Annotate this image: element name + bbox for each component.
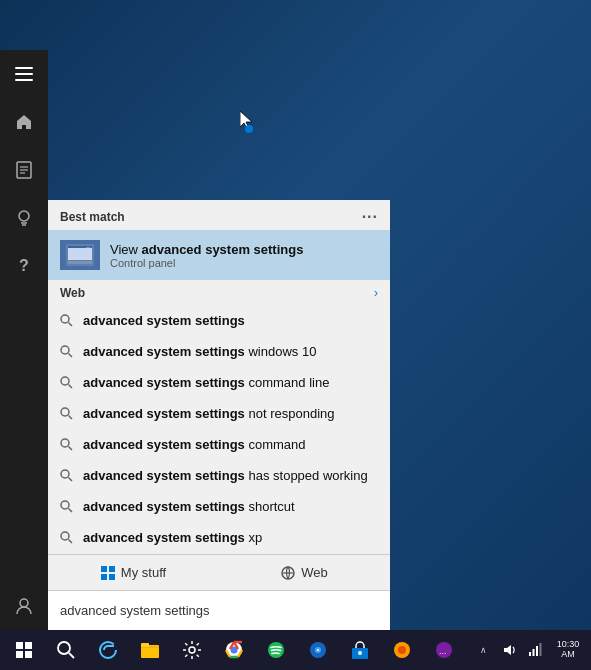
svg-rect-35 [109,574,115,580]
search-bar-text[interactable]: advanced system settings [60,603,378,618]
taskbar-search-button[interactable] [48,630,84,670]
web-header[interactable]: Web › [48,280,390,306]
result-text-4: advanced system settings command [83,437,306,454]
svg-point-50 [358,651,362,655]
taskbar-settings[interactable] [172,630,212,670]
svg-rect-12 [68,246,92,260]
result-bold-7: advanced system settings [83,530,245,545]
sidebar: ? [0,50,48,630]
svg-rect-14 [86,247,90,248]
control-panel-icon [60,240,100,270]
tray-network[interactable] [523,630,547,670]
sidebar-documents[interactable] [0,146,48,194]
result-6[interactable]: advanced system settings shortcut [48,492,390,523]
svg-line-27 [69,478,73,482]
result-bold-3: advanced system settings [83,406,245,421]
result-text-2: advanced system settings command line [83,375,329,392]
result-1[interactable]: advanced system settings windows 10 [48,337,390,368]
svg-rect-15 [68,261,92,264]
taskbar-chrome[interactable] [214,630,254,670]
tray-time[interactable]: 10:30 AM [549,630,587,670]
taskbar-media[interactable] [298,630,338,670]
result-0[interactable]: advanced system settings [48,306,390,337]
svg-rect-32 [101,566,107,572]
best-match-header: Best match ··· [48,200,390,230]
search-icon-6 [60,500,73,516]
svg-point-42 [189,647,195,653]
svg-line-25 [69,447,73,451]
sidebar-person[interactable] [0,582,48,630]
svg-line-31 [69,540,73,544]
svg-point-7 [19,211,29,221]
svg-rect-56 [533,649,535,656]
result-7[interactable]: advanced system settings xp [48,523,390,554]
svg-rect-41 [141,643,149,647]
result-bold-6: advanced system settings [83,499,245,514]
svg-line-23 [69,416,73,420]
taskbar-edge[interactable] [88,630,128,670]
svg-point-28 [61,501,69,509]
svg-rect-55 [529,652,531,656]
sidebar-lightbulb[interactable] [0,194,48,242]
svg-text:...: ... [439,646,447,656]
taskbar-firefox[interactable] [382,630,422,670]
sidebar-help[interactable]: ? [0,242,48,290]
svg-point-30 [61,532,69,540]
taskbar-tray: ∧ 10:30 AM [471,630,591,670]
result-text-1: advanced system settings windows 10 [83,344,316,361]
windows-logo [16,642,32,658]
desktop: ? Best match ··· [0,0,591,670]
result-3[interactable]: advanced system settings not responding [48,399,390,430]
taskbar-file-explorer[interactable] [130,630,170,670]
tab-web-label: Web [301,565,328,580]
taskbar-store[interactable] [340,630,380,670]
svg-point-38 [58,642,70,654]
result-text-7: advanced system settings xp [83,530,262,547]
svg-point-18 [61,346,69,354]
sidebar-home[interactable] [0,98,48,146]
svg-point-20 [61,377,69,385]
svg-point-16 [61,315,69,323]
svg-rect-1 [15,73,33,75]
search-icon-0 [60,314,73,330]
result-text-0: advanced system settings [83,313,245,330]
search-icon-5 [60,469,73,485]
result-bold-0: advanced system settings [83,313,245,328]
search-icon-7 [60,531,73,547]
web-arrow[interactable]: › [374,286,378,300]
svg-rect-34 [101,574,107,580]
best-match-item[interactable]: View advanced system settings Control pa… [48,230,390,280]
result-bold-4: advanced system settings [83,437,245,452]
tray-volume[interactable] [497,630,521,670]
svg-line-19 [69,354,73,358]
result-2[interactable]: advanced system settings command line [48,368,390,399]
tray-chevron[interactable]: ∧ [471,630,495,670]
tab-my-stuff-label: My stuff [121,565,166,580]
best-match-title: View advanced system settings [110,242,303,257]
tab-my-stuff[interactable]: My stuff [48,555,219,590]
search-bar[interactable]: advanced system settings [48,590,390,630]
result-bold-2: advanced system settings [83,375,245,390]
svg-point-48 [317,649,319,651]
start-button[interactable] [0,630,48,670]
svg-line-17 [69,323,73,327]
taskbar: ... ∧ 10:30 [0,630,591,670]
best-match-options[interactable]: ··· [362,208,378,226]
result-4[interactable]: advanced system settings command [48,430,390,461]
result-bold-1: advanced system settings [83,344,245,359]
best-match-bold: advanced system settings [142,242,304,257]
taskbar-other[interactable]: ... [424,630,464,670]
best-match-text: View advanced system settings Control pa… [110,242,303,269]
best-match-subtitle: Control panel [110,257,303,269]
search-icon-3 [60,407,73,423]
sidebar-hamburger[interactable] [0,50,48,98]
result-5[interactable]: advanced system settings has stopped wor… [48,461,390,492]
search-icon-2 [60,376,73,392]
search-panel: Best match ··· View advanced system sett… [48,200,390,630]
result-bold-5: advanced system settings [83,468,245,483]
svg-line-29 [69,509,73,513]
tab-web[interactable]: Web [219,555,390,590]
taskbar-spotify[interactable] [256,630,296,670]
bottom-tabs: My stuff Web [48,554,390,590]
search-results: advanced system settings advanced system… [48,306,390,554]
